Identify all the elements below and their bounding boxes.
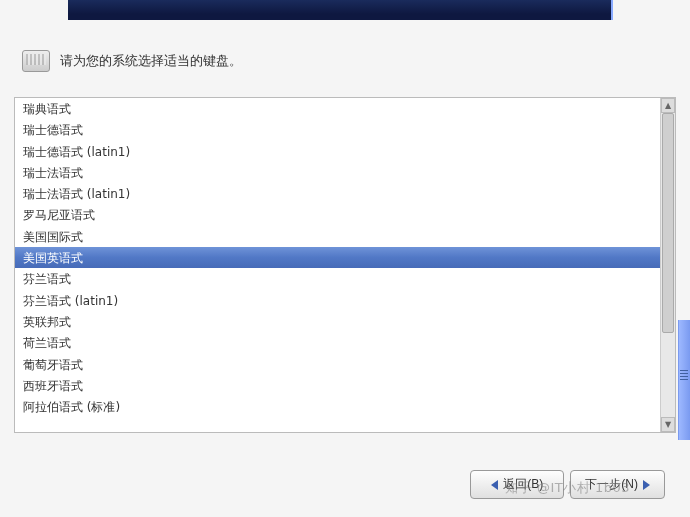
next-button[interactable]: 下一步(N) <box>570 470 665 499</box>
page-scroll-grip-icon <box>680 370 688 380</box>
scroll-up-icon[interactable]: ▲ <box>661 98 675 113</box>
list-item[interactable]: 葡萄牙语式 <box>15 354 660 375</box>
list-item[interactable]: 瑞士德语式 <box>15 119 660 140</box>
list-item[interactable]: 荷兰语式 <box>15 332 660 353</box>
list-item[interactable]: 罗马尼亚语式 <box>15 204 660 225</box>
page-scrollbar[interactable] <box>678 320 690 440</box>
scroll-down-icon[interactable]: ▼ <box>661 417 675 432</box>
list-item[interactable]: 美国英语式 <box>15 247 660 268</box>
arrow-left-icon <box>491 480 498 490</box>
list-item[interactable]: 瑞士法语式 (latin1) <box>15 183 660 204</box>
back-button-label: 返回(B) <box>503 476 543 493</box>
nav-buttons: 返回(B) 下一步(N) <box>470 470 665 499</box>
list-item[interactable]: 美国国际式 <box>15 226 660 247</box>
list-item[interactable]: 瑞士德语式 (latin1) <box>15 141 660 162</box>
keyboard-listbox[interactable]: 瑞典语式瑞士德语式瑞士德语式 (latin1)瑞士法语式瑞士法语式 (latin… <box>14 97 676 433</box>
back-button[interactable]: 返回(B) <box>470 470 564 499</box>
keyboard-icon <box>22 50 50 72</box>
next-button-label: 下一步(N) <box>585 476 638 493</box>
list-item[interactable]: 阿拉伯语式 (标准) <box>15 396 660 417</box>
prompt-text: 请为您的系统选择适当的键盘。 <box>60 52 242 70</box>
list-item[interactable]: 瑞士法语式 <box>15 162 660 183</box>
list-item[interactable]: 英联邦式 <box>15 311 660 332</box>
arrow-right-icon <box>643 480 650 490</box>
list-item[interactable]: 芬兰语式 <box>15 268 660 289</box>
list-item[interactable]: 芬兰语式 (latin1) <box>15 290 660 311</box>
scroll-thumb[interactable] <box>662 113 674 333</box>
scrollbar-vertical[interactable]: ▲ ▼ <box>660 98 675 432</box>
list-item[interactable]: 西班牙语式 <box>15 375 660 396</box>
prompt-row: 请为您的系统选择适当的键盘。 <box>22 50 242 72</box>
header-banner <box>68 0 613 20</box>
list-item[interactable]: 瑞典语式 <box>15 98 660 119</box>
